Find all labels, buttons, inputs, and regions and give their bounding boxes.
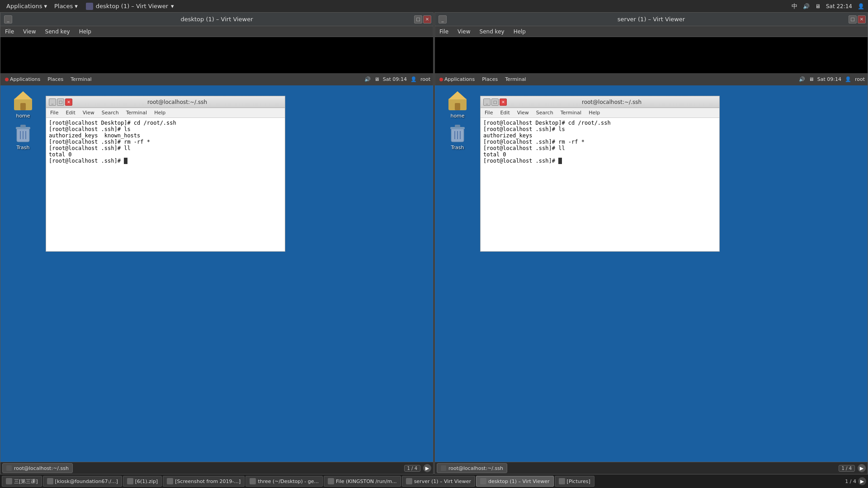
right-virt-taskbar: root@localhost:~/.ssh 1 / 4 ▶ bbox=[435, 462, 868, 474]
left-home-icon[interactable]: home bbox=[5, 87, 41, 122]
left-gnome-apps-dot bbox=[5, 78, 9, 81]
bottom-nav-arrow[interactable]: ▶ bbox=[858, 477, 866, 485]
right-term-minimize-btn[interactable]: _ bbox=[483, 99, 491, 106]
sanjike-icon bbox=[6, 478, 12, 484]
right-virt-display-top bbox=[435, 37, 868, 73]
right-pager[interactable]: 1 / 4 bbox=[839, 465, 855, 472]
bottom-task-screenshot[interactable]: [Screenshot from 2019-...] bbox=[163, 476, 245, 487]
right-menu-view[interactable]: View bbox=[456, 28, 472, 36]
bottom-task-zip[interactable]: [6(1).zip] bbox=[123, 476, 162, 487]
right-virt-desktop[interactable]: Applications Places Terminal 🔊 🖥 Sat 09:… bbox=[435, 73, 868, 474]
bottom-task-server-viewer[interactable]: server (1) – Virt Viewer bbox=[402, 476, 475, 487]
right-gnome-speaker-icon: 🔊 bbox=[799, 76, 805, 82]
left-close-btn[interactable]: ✕ bbox=[423, 15, 431, 23]
left-menu-sendkey[interactable]: Send key bbox=[43, 28, 72, 36]
right-taskbar-term-icon bbox=[441, 465, 446, 471]
left-term-menu-file[interactable]: File bbox=[49, 109, 60, 116]
left-terminal-content[interactable]: [root@localhost Desktop]# cd /root/.ssh … bbox=[46, 118, 285, 251]
right-term-menu-file[interactable]: File bbox=[483, 109, 494, 116]
left-menu-help[interactable]: Help bbox=[77, 28, 93, 36]
trash-can-icon bbox=[12, 121, 34, 143]
left-term-menu-edit[interactable]: Edit bbox=[64, 109, 76, 116]
right-virt-titlebar: _ server (1) – Virt Viewer □ ✕ bbox=[435, 13, 868, 26]
right-restore-btn[interactable]: □ bbox=[849, 15, 857, 23]
left-gnome-places[interactable]: Places bbox=[46, 75, 65, 83]
left-term-restore-btn[interactable]: □ bbox=[57, 99, 64, 106]
places-menu[interactable]: Places ▾ bbox=[52, 2, 80, 10]
right-close-btn[interactable]: ✕ bbox=[858, 15, 866, 23]
left-terminal-text: [root@localhost Desktop]# cd /root/.ssh … bbox=[49, 120, 282, 164]
speaker-icon: 🔊 bbox=[803, 3, 810, 9]
right-taskbar-item[interactable]: root@localhost:~/.ssh bbox=[437, 463, 507, 473]
bottom-task-gedit[interactable]: three (~/Desktop) - ge... bbox=[245, 476, 323, 487]
left-terminal-menubar: File Edit View Search Terminal Help bbox=[46, 108, 285, 118]
right-gnome-places-label: Places bbox=[482, 76, 498, 82]
right-menu-file[interactable]: File bbox=[438, 28, 450, 36]
left-term-close-btn[interactable]: ✕ bbox=[65, 99, 72, 106]
bottom-task-screenshot-label: [Screenshot from 2019-...] bbox=[175, 479, 241, 484]
right-term-menu-help[interactable]: Help bbox=[587, 109, 601, 116]
left-term-title-btns: _ □ ✕ bbox=[49, 99, 72, 106]
left-term-menu-search[interactable]: Search bbox=[100, 109, 120, 116]
left-term-minimize-btn[interactable]: _ bbox=[49, 99, 56, 106]
active-window-button[interactable]: desktop (1) – Virt Viewer ▾ bbox=[82, 2, 178, 11]
right-gnome-apps-label: Applications bbox=[444, 76, 475, 82]
right-term-title-btns: _ □ ✕ bbox=[483, 99, 507, 106]
bottom-task-kiosk[interactable]: [kiosk@foundation67:/...] bbox=[43, 476, 122, 487]
minimize-icon[interactable]: _ bbox=[4, 15, 12, 23]
left-gnome-time: Sat 09:14 bbox=[383, 76, 407, 82]
active-window-chevron: ▾ bbox=[171, 3, 174, 9]
bottom-task-pictures[interactable]: [Pictures] bbox=[555, 476, 594, 487]
left-gnome-speaker-icon: 🔊 bbox=[364, 76, 371, 82]
left-virt-controls: □ ✕ bbox=[414, 15, 431, 23]
bottom-task-file[interactable]: File (KINGSTON /run/m... bbox=[324, 476, 401, 487]
applications-menu[interactable]: Applications ▾ bbox=[4, 2, 50, 10]
left-term-menu-view[interactable]: View bbox=[81, 109, 96, 116]
right-trash-icon[interactable]: Trash bbox=[439, 118, 476, 153]
right-minimize-icon[interactable]: _ bbox=[439, 15, 447, 23]
left-trash-icon[interactable]: Trash bbox=[5, 118, 41, 153]
right-gnome-places[interactable]: Places bbox=[480, 75, 500, 83]
right-virt-minimize-btn[interactable]: _ bbox=[439, 15, 447, 23]
left-menu-file[interactable]: File bbox=[3, 28, 16, 36]
right-cursor-block bbox=[558, 158, 562, 164]
left-gnome-screen-icon: 🖥 bbox=[374, 76, 379, 82]
left-taskbar-item[interactable]: root@localhost:~/.ssh bbox=[2, 463, 73, 473]
left-term-menu-terminal[interactable]: Terminal bbox=[125, 109, 149, 116]
right-terminal-window[interactable]: _ □ ✕ root@localhost:~/.ssh File Edit Vi… bbox=[480, 96, 720, 252]
right-gnome-apps[interactable]: Applications bbox=[438, 75, 476, 83]
bottom-task-desktop-viewer[interactable]: desktop (1) – Virt Viewer bbox=[476, 476, 554, 487]
right-term-menu-edit[interactable]: Edit bbox=[499, 109, 511, 116]
left-virt-desktop[interactable]: Applications Places Terminal 🔊 🖥 Sat 09:… bbox=[0, 73, 433, 474]
right-term-close-btn[interactable]: ✕ bbox=[500, 99, 507, 106]
left-gnome-places-label: Places bbox=[47, 76, 63, 82]
left-gnome-terminal[interactable]: Terminal bbox=[69, 75, 94, 83]
right-term-restore-btn[interactable]: □ bbox=[491, 99, 499, 106]
bottom-task-gedit-label: three (~/Desktop) - ge... bbox=[258, 479, 319, 484]
left-pager[interactable]: 1 / 4 bbox=[404, 465, 420, 472]
right-home-icon[interactable]: home bbox=[439, 87, 476, 122]
left-nav-arrow[interactable]: ▶ bbox=[423, 464, 431, 472]
right-terminal-content[interactable]: [root@localhost Desktop]# cd /root/.ssh … bbox=[481, 118, 719, 251]
right-gnome-terminal[interactable]: Terminal bbox=[503, 75, 528, 83]
bottom-task-sanjike[interactable]: 三[第三课] bbox=[2, 476, 42, 487]
left-virt-minimize-btn[interactable]: _ bbox=[4, 15, 12, 23]
system-bar: Applications ▾ Places ▾ desktop (1) – Vi… bbox=[0, 0, 868, 12]
left-gnome-apps[interactable]: Applications bbox=[3, 75, 42, 83]
right-term-menu-view[interactable]: View bbox=[516, 109, 530, 116]
right-menu-sendkey[interactable]: Send key bbox=[478, 28, 506, 36]
right-term-menu-search[interactable]: Search bbox=[535, 109, 555, 116]
left-terminal-window[interactable]: _ □ ✕ root@localhost:~/.ssh File Edit Vi… bbox=[46, 96, 285, 252]
right-virt-title: server (1) – Virt Viewer bbox=[435, 16, 868, 23]
bottom-task-server-viewer-label: server (1) – Virt Viewer bbox=[414, 479, 471, 484]
left-term-menu-help[interactable]: Help bbox=[153, 109, 167, 116]
right-nav-arrow[interactable]: ▶ bbox=[858, 464, 866, 472]
right-home-folder-icon bbox=[447, 89, 468, 111]
right-term-menu-terminal[interactable]: Terminal bbox=[559, 109, 583, 116]
right-menu-help[interactable]: Help bbox=[512, 28, 528, 36]
left-virt-title: desktop (1) – Virt Viewer bbox=[0, 16, 433, 23]
left-restore-btn[interactable]: □ bbox=[414, 15, 422, 23]
left-menu-view[interactable]: View bbox=[21, 28, 38, 36]
user-icon: 👤 bbox=[858, 3, 864, 9]
right-terminal-title: root@localhost:~/.ssh bbox=[507, 99, 717, 105]
